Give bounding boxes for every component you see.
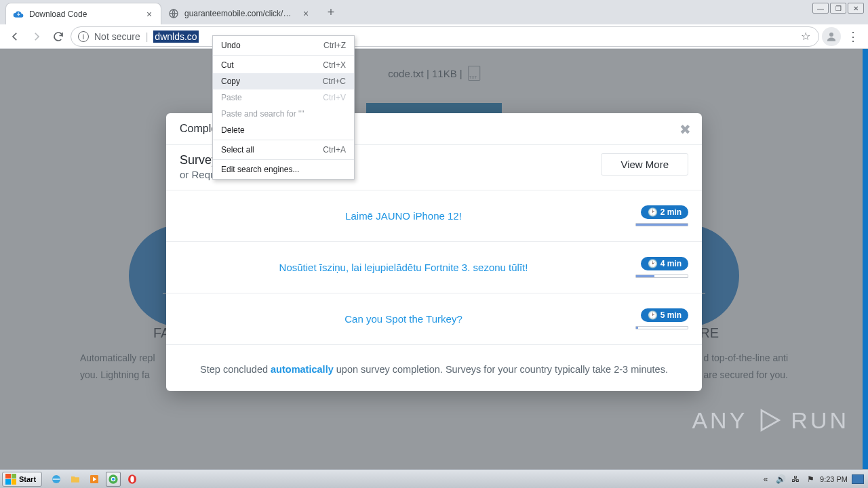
tab-title: guaranteemobile.com/click/ZGpkbmd: [184, 9, 296, 18]
ctx-copy[interactable]: CopyCtrl+C: [213, 73, 354, 89]
show-desktop-icon[interactable]: [852, 474, 864, 484]
clock[interactable]: 9:23 PM: [820, 475, 848, 483]
ctx-paste-search[interactable]: Paste and search for "": [213, 106, 354, 122]
site-info-icon[interactable]: i: [78, 31, 89, 42]
survey-item[interactable]: Can you Spot the Turkey? 🕑5 min: [166, 293, 702, 345]
page: code.txt | 11KB | FA URE Automatically r…: [0, 49, 868, 469]
ctx-edit-search-engines[interactable]: Edit search engines...: [213, 161, 354, 178]
new-tab-button[interactable]: +: [321, 3, 340, 22]
back-button[interactable]: [5, 27, 24, 46]
flag-icon[interactable]: ⚑: [805, 474, 816, 485]
clock-icon: 🕑: [648, 259, 658, 268]
clock-icon: 🕑: [648, 207, 658, 217]
tab-inactive[interactable]: guaranteemobile.com/click/ZGpkbmd ×: [161, 3, 317, 24]
svg-point-1: [829, 33, 833, 37]
close-icon[interactable]: ×: [144, 9, 154, 19]
taskbar-chrome-icon[interactable]: [106, 472, 121, 487]
modal-footer: Step concluded automatically upon survey…: [166, 345, 702, 391]
time-badge: 🕑2 min: [641, 205, 688, 219]
progress-bar: [635, 326, 688, 329]
cloud-download-icon: [13, 9, 24, 20]
bookmark-icon[interactable]: ☆: [800, 30, 812, 43]
ctx-undo[interactable]: UndoCtrl+Z: [213, 37, 354, 54]
minimize-button[interactable]: —: [812, 3, 829, 14]
tab-strip: Download Code × guaranteemobile.com/clic…: [0, 0, 868, 24]
anyrun-watermark: ANY RUN: [692, 405, 849, 435]
modal-close-icon[interactable]: ✖: [679, 121, 691, 138]
profile-button[interactable]: [822, 27, 841, 46]
taskbar: Start « 🔊 🖧 ⚑ 9:23 PM: [0, 469, 868, 488]
forward-button[interactable]: [27, 27, 46, 46]
survey-item[interactable]: Laimē JAUNO iPhone 12! 🕑2 min: [166, 190, 702, 242]
time-badge: 🕑4 min: [641, 257, 688, 270]
context-menu: UndoCtrl+Z CutCtrl+X CopyCtrl+C PasteCtr…: [212, 35, 355, 180]
taskbar-ie-icon[interactable]: [49, 472, 64, 487]
ctx-cut[interactable]: CutCtrl+X: [213, 57, 354, 73]
globe-icon: [168, 8, 179, 19]
security-label: Not secure: [94, 31, 140, 42]
url-text: dwnlds.co: [153, 30, 198, 43]
progress-bar: [635, 274, 688, 278]
taskbar-opera-icon[interactable]: [125, 472, 140, 487]
progress-bar: [635, 223, 688, 226]
survey-link[interactable]: Can you Spot the Turkey?: [180, 313, 627, 325]
taskbar-explorer-icon[interactable]: [68, 472, 83, 487]
clock-icon: 🕑: [648, 310, 658, 320]
toolbar: i Not secure | dwnlds.co ☆ ⋮: [0, 24, 868, 49]
view-more-button[interactable]: View More: [601, 153, 688, 176]
close-icon[interactable]: ×: [301, 9, 311, 18]
tab-active[interactable]: Download Code ×: [5, 3, 161, 24]
ctx-delete[interactable]: Delete: [213, 122, 354, 138]
ctx-select-all[interactable]: Select allCtrl+A: [213, 142, 354, 158]
system-tray: « 🔊 🖧 ⚑ 9:23 PM: [760, 474, 868, 485]
survey-link[interactable]: Laimē JAUNO iPhone 12!: [180, 210, 627, 222]
start-button[interactable]: Start: [2, 472, 42, 487]
taskbar-media-icon[interactable]: [87, 472, 102, 487]
ctx-paste[interactable]: PasteCtrl+V: [213, 89, 354, 106]
svg-point-9: [112, 478, 115, 481]
svg-point-11: [130, 476, 134, 482]
network-icon[interactable]: 🖧: [790, 474, 801, 485]
close-window-button[interactable]: ✕: [848, 3, 864, 14]
svg-marker-3: [762, 410, 779, 430]
time-badge: 🕑5 min: [641, 308, 688, 322]
windows-logo-icon: [5, 474, 16, 485]
tab-title: Download Code: [29, 9, 139, 19]
address-bar[interactable]: i Not secure | dwnlds.co ☆: [71, 26, 819, 47]
scrollbar[interactable]: [863, 49, 868, 469]
volume-icon[interactable]: 🔊: [775, 474, 786, 485]
chrome-menu-button[interactable]: ⋮: [844, 27, 863, 46]
survey-link[interactable]: Nosūtiet īsziņu, lai lejupielādētu Fortn…: [180, 262, 627, 273]
tray-expand-icon[interactable]: «: [760, 474, 771, 485]
maximize-button[interactable]: ❐: [830, 3, 846, 14]
reload-button[interactable]: [49, 27, 68, 46]
survey-item[interactable]: Nosūtiet īsziņu, lai lejupielādētu Fortn…: [166, 242, 702, 293]
